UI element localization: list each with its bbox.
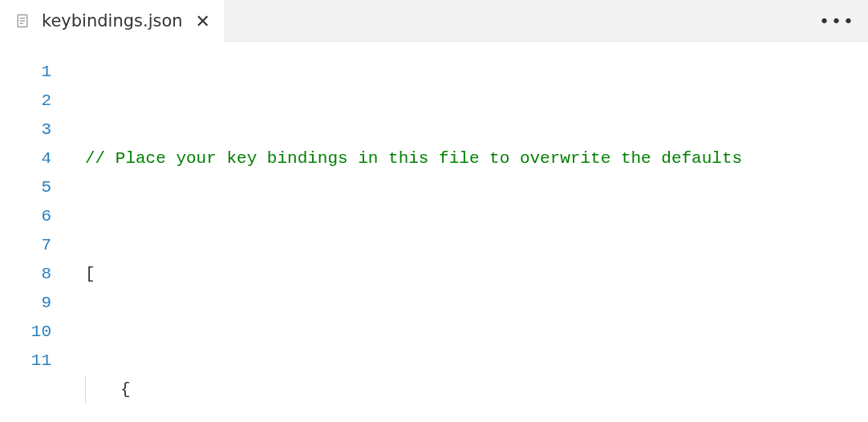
line-number: 8 xyxy=(0,260,51,289)
line-number: 5 xyxy=(0,173,51,202)
tab-overflow-button[interactable]: ••• xyxy=(819,10,855,30)
close-icon[interactable]: ✕ xyxy=(196,11,210,31)
brace-token: { xyxy=(120,375,131,404)
bracket-token: [ xyxy=(85,260,95,289)
tab-title: keybindings.json xyxy=(42,11,183,30)
line-number: 1 xyxy=(0,58,51,87)
editor-tabbar: keybindings.json ✕ ••• xyxy=(0,0,868,42)
line-number: 2 xyxy=(0,87,51,116)
code-content[interactable]: // Place your key bindings in this file … xyxy=(72,58,868,422)
code-editor: keybindings.json ✕ ••• 1 2 3 4 5 6 7 8 9… xyxy=(0,0,868,422)
line-number: 11 xyxy=(0,347,51,375)
code-line: // Place your key bindings in this file … xyxy=(72,144,868,173)
line-number: 3 xyxy=(0,116,51,144)
file-icon xyxy=(14,13,30,29)
line-number: 7 xyxy=(0,231,51,260)
code-line: [ xyxy=(72,260,868,289)
line-number: 6 xyxy=(0,202,51,231)
line-number: 4 xyxy=(0,144,51,173)
comment-token: // Place your key bindings in this file … xyxy=(85,144,742,173)
editor-tab-active[interactable]: keybindings.json ✕ xyxy=(0,0,225,42)
line-number: 10 xyxy=(0,318,51,347)
line-number: 9 xyxy=(0,289,51,318)
code-line: { xyxy=(72,375,868,404)
code-area[interactable]: 1 2 3 4 5 6 7 8 9 10 11 // Place your ke… xyxy=(0,42,868,422)
line-number-gutter: 1 2 3 4 5 6 7 8 9 10 11 xyxy=(0,58,72,422)
